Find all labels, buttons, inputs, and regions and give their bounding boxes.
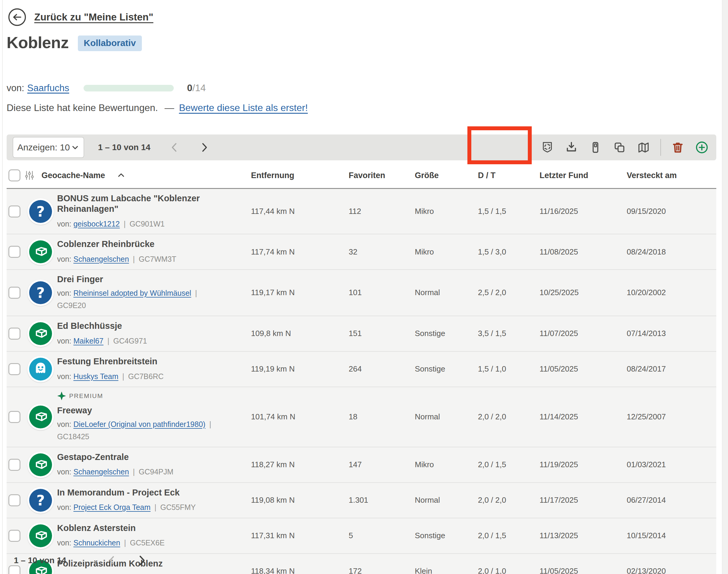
title-row: Koblenz Kollaborativ — [7, 33, 142, 52]
cell-distance: 101,74 km N — [251, 412, 349, 421]
table-row[interactable]: ? PREMIUM Ed — [7, 316, 716, 352]
send-to-device-icon — [589, 140, 602, 154]
cache-byline: von: Huskys Team | GC7B6RC — [57, 370, 228, 382]
cache-title-link[interactable]: In Memorandum - Project Eck — [57, 487, 228, 498]
ratings-text: Diese Liste hat keine Bewertungen. — [7, 102, 158, 113]
cache-title-link[interactable]: Koblenz Asterstein — [57, 523, 228, 533]
cache-owner-link[interactable]: Schnuckichen — [73, 538, 120, 547]
cell-hidden-on: 08/24/2017 — [627, 364, 716, 374]
row-checkbox[interactable] — [8, 246, 20, 258]
cell-dt: 1,5 / 3,0 — [478, 247, 540, 257]
cell-dt: 2,5 / 2,0 — [478, 288, 540, 297]
cache-owner-link[interactable]: Maikel67 — [73, 337, 103, 345]
ratings-row: Diese Liste hat keine Bewertungen.—Bewer… — [7, 102, 308, 113]
cache-owner-link[interactable]: Schaengelschen — [73, 467, 129, 476]
cache-type-icon: ? — [27, 280, 54, 306]
mystery-cache-icon: ? — [29, 200, 52, 223]
cell-dt: 1,5 / 1,0 — [478, 364, 540, 374]
gc-code: GC18425 — [57, 431, 89, 443]
owner-prefix: von: — [57, 337, 71, 345]
add-to-list-button[interactable] — [694, 140, 710, 155]
table-row[interactable]: ? PREMIUM Cob — [7, 234, 716, 270]
cache-owner-link[interactable]: DieLoefer (Original von pathfinder1980) — [73, 420, 205, 428]
table-row[interactable]: ? PREMIUM Ges — [7, 447, 716, 483]
prev-page-button[interactable] — [105, 554, 119, 567]
table-row[interactable]: ? PREMIUM Dre — [7, 270, 716, 316]
chevron-left-icon — [169, 141, 181, 154]
back-arrow-icon — [8, 8, 27, 27]
table-row[interactable]: ? PREMIUM In — [7, 483, 716, 518]
table-row[interactable]: ? PREMIUM BON — [7, 189, 716, 234]
page-size-select[interactable]: Anzeigen: 10 — [13, 137, 84, 158]
row-checkbox[interactable] — [8, 530, 20, 542]
row-checkbox[interactable] — [8, 411, 20, 423]
delete-button[interactable] — [670, 140, 685, 155]
row-checkbox[interactable] — [8, 459, 20, 471]
mystery-cache-icon: ? — [29, 489, 52, 512]
next-page-button[interactable] — [197, 140, 211, 154]
select-all-checkbox[interactable] — [8, 169, 20, 181]
chevron-down-icon — [71, 143, 80, 152]
filter-sliders-icon[interactable] — [24, 170, 35, 181]
cell-last-found: 11/05/2025 — [540, 364, 627, 374]
byline-separator: | — [133, 467, 135, 476]
chevron-right-icon — [135, 554, 148, 567]
owner-prefix: von: — [57, 219, 71, 228]
table-row[interactable]: ? PREMIUM Fre — [7, 387, 716, 447]
page-title: Koblenz — [7, 33, 69, 52]
cache-title-link[interactable]: Festung Ehrenbreitstein — [57, 356, 228, 367]
owner-link[interactable]: Saarfuchs — [27, 83, 70, 93]
back-link[interactable]: Zurück zu "Meine Listen" — [34, 11, 153, 23]
cache-title-link[interactable]: Ed Blechhüssje — [57, 321, 228, 331]
header-hidden-on: Versteckt am — [627, 171, 716, 180]
table-row[interactable]: ? PREMIUM Kob — [7, 518, 716, 554]
cache-type-icon: ? — [27, 487, 54, 514]
row-checkbox[interactable] — [8, 287, 20, 299]
rate-list-link[interactable]: Bewerte diese Liste als erster! — [179, 102, 308, 113]
cell-last-found: 11/16/2025 — [540, 207, 627, 216]
svg-text:?: ? — [36, 203, 45, 219]
cache-owner-link[interactable]: geisbock1212 — [73, 219, 120, 228]
cache-owner-link[interactable]: Rheininsel adopted by Wühlmäusel — [73, 289, 191, 297]
sort-ascending-icon — [117, 171, 126, 180]
row-checkbox[interactable] — [8, 328, 20, 340]
map-icon — [637, 140, 650, 154]
name-column-header[interactable]: Geocache-Name — [24, 170, 251, 181]
cell-distance: 119,08 km N — [251, 495, 349, 505]
send-to-device-button[interactable] — [588, 140, 603, 155]
cell-distance: 117,74 km N — [251, 247, 349, 257]
cache-title-link[interactable]: Gestapo-Zentrale — [57, 452, 228, 462]
next-page-button[interactable] — [135, 554, 148, 567]
cell-hidden-on: 01/03/2021 — [627, 460, 716, 469]
row-checkbox[interactable] — [8, 205, 20, 217]
download-button[interactable] — [564, 140, 579, 155]
header-last-found: Letzter Fund — [540, 171, 627, 180]
copy-to-list-button[interactable] — [612, 140, 627, 155]
row-checkbox[interactable] — [8, 363, 20, 375]
svg-text:?: ? — [36, 284, 45, 301]
map-button[interactable] — [636, 140, 651, 155]
cache-owner-link[interactable]: Huskys Team — [73, 372, 119, 380]
cache-name-block: PREMIUM Koblenz Asterstein von: Schnucki… — [57, 523, 234, 549]
cell-last-found: 11/14/2025 — [540, 412, 627, 421]
cache-title-link[interactable]: BONUS zum Labcache "Koblenzer Rheinanlag… — [57, 193, 228, 214]
cache-title-link[interactable]: Drei Finger — [57, 274, 228, 285]
progress-total: /14 — [192, 82, 206, 93]
back-navigation[interactable]: Zurück zu "Meine Listen" — [8, 8, 153, 27]
copy-icon — [612, 140, 626, 154]
row-checkbox[interactable] — [8, 494, 20, 506]
cache-owner-link[interactable]: Project Eck Orga Team — [73, 503, 150, 511]
refresh-button[interactable] — [540, 140, 555, 155]
page-left-border — [2, 0, 3, 574]
owner-prefix: von: — [57, 503, 71, 511]
cache-owner-link[interactable]: Schaengelschen — [73, 255, 129, 263]
table-row[interactable]: ? PREMIUM Fes — [7, 352, 716, 387]
scrollbar-track[interactable] — [722, 0, 728, 574]
byline-separator: | — [124, 538, 126, 547]
cell-dt: 2,0 / 2,0 — [478, 412, 540, 421]
cache-byline: von: Maikel67 | GC4G971 — [57, 334, 228, 347]
prev-page-button[interactable] — [168, 140, 182, 154]
cache-title-link[interactable]: Freeway — [57, 405, 228, 416]
cache-title-link[interactable]: Coblenzer Rheinbrücke — [57, 239, 228, 249]
add-icon — [695, 140, 709, 154]
